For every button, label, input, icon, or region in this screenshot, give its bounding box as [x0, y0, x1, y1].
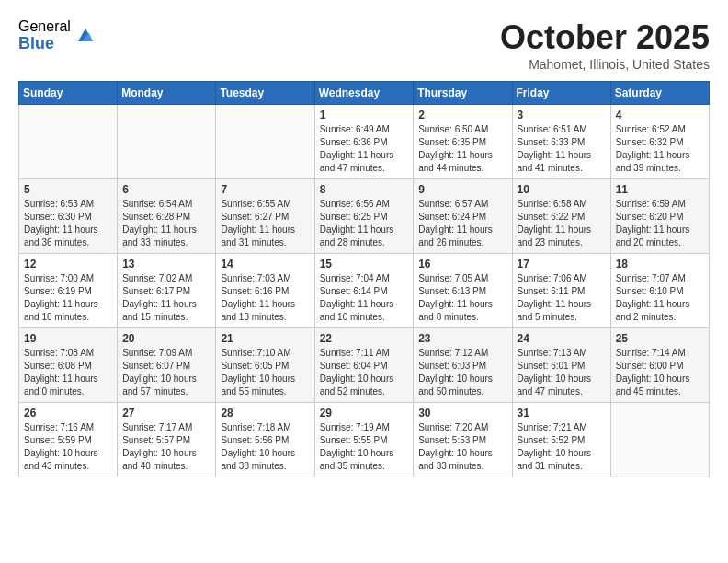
day-number: 2 [418, 109, 506, 121]
day-info: Sunrise: 7:14 AM Sunset: 6:00 PM Dayligh… [616, 347, 704, 398]
calendar-cell: 30Sunrise: 7:20 AM Sunset: 5:53 PM Dayli… [414, 403, 512, 477]
day-number: 27 [122, 407, 210, 419]
day-info: Sunrise: 7:13 AM Sunset: 6:01 PM Dayligh… [518, 347, 606, 398]
calendar-week-row: 12Sunrise: 7:00 AM Sunset: 6:19 PM Dayli… [19, 254, 710, 328]
day-number: 14 [221, 258, 309, 270]
calendar-cell: 5Sunrise: 6:53 AM Sunset: 6:30 PM Daylig… [19, 179, 118, 254]
calendar-cell: 21Sunrise: 7:10 AM Sunset: 6:05 PM Dayli… [216, 328, 314, 403]
day-info: Sunrise: 7:00 AM Sunset: 6:19 PM Dayligh… [24, 272, 112, 324]
day-number: 17 [518, 258, 606, 270]
weekday-header-thursday: Thursday [414, 82, 512, 105]
calendar-cell: 15Sunrise: 7:04 AM Sunset: 6:14 PM Dayli… [314, 254, 414, 328]
day-info: Sunrise: 7:21 AM Sunset: 5:52 PM Dayligh… [518, 421, 606, 473]
calendar-cell: 26Sunrise: 7:16 AM Sunset: 5:59 PM Dayli… [19, 403, 118, 477]
weekday-header-row: SundayMondayTuesdayWednesdayThursdayFrid… [19, 82, 710, 105]
day-info: Sunrise: 7:05 AM Sunset: 6:13 PM Dayligh… [418, 272, 506, 324]
calendar-table: SundayMondayTuesdayWednesdayThursdayFrid… [18, 81, 710, 477]
calendar-cell: 2Sunrise: 6:50 AM Sunset: 6:35 PM Daylig… [414, 105, 512, 179]
day-number: 6 [122, 183, 210, 196]
day-info: Sunrise: 6:51 AM Sunset: 6:33 PM Dayligh… [518, 123, 606, 175]
calendar-week-row: 19Sunrise: 7:08 AM Sunset: 6:08 PM Dayli… [19, 328, 710, 403]
day-number: 9 [418, 183, 506, 196]
location: Mahomet, Illinois, United States [500, 57, 710, 72]
title-block: October 2025 Mahomet, Illinois, United S… [500, 18, 710, 72]
calendar-cell [118, 105, 216, 179]
day-info: Sunrise: 6:50 AM Sunset: 6:35 PM Dayligh… [418, 123, 506, 175]
day-number: 29 [320, 407, 409, 419]
day-number: 26 [24, 407, 112, 419]
day-number: 7 [221, 183, 309, 196]
day-number: 16 [418, 258, 506, 270]
calendar-cell: 24Sunrise: 7:13 AM Sunset: 6:01 PM Dayli… [512, 328, 610, 403]
calendar-cell: 16Sunrise: 7:05 AM Sunset: 6:13 PM Dayli… [414, 254, 512, 328]
day-info: Sunrise: 6:59 AM Sunset: 6:20 PM Dayligh… [616, 198, 704, 249]
calendar-cell: 8Sunrise: 6:56 AM Sunset: 6:25 PM Daylig… [314, 179, 414, 254]
day-info: Sunrise: 7:12 AM Sunset: 6:03 PM Dayligh… [418, 347, 506, 398]
page-header: General Blue October 2025 Mahomet, Illin… [18, 18, 710, 72]
day-info: Sunrise: 7:08 AM Sunset: 6:08 PM Dayligh… [24, 347, 112, 398]
day-info: Sunrise: 7:18 AM Sunset: 5:56 PM Dayligh… [221, 421, 309, 473]
month-title: October 2025 [500, 18, 710, 57]
day-info: Sunrise: 6:55 AM Sunset: 6:27 PM Dayligh… [221, 198, 309, 249]
calendar-cell: 29Sunrise: 7:19 AM Sunset: 5:55 PM Dayli… [314, 403, 414, 477]
day-info: Sunrise: 7:17 AM Sunset: 5:57 PM Dayligh… [122, 421, 210, 473]
day-number: 31 [518, 407, 606, 419]
day-info: Sunrise: 6:54 AM Sunset: 6:28 PM Dayligh… [122, 198, 210, 249]
logo-general: General [18, 18, 71, 35]
day-number: 19 [24, 332, 112, 345]
weekday-header-saturday: Saturday [610, 82, 709, 105]
calendar-cell: 17Sunrise: 7:06 AM Sunset: 6:11 PM Dayli… [512, 254, 610, 328]
calendar-week-row: 26Sunrise: 7:16 AM Sunset: 5:59 PM Dayli… [19, 403, 710, 477]
day-number: 4 [616, 109, 704, 121]
day-info: Sunrise: 7:07 AM Sunset: 6:10 PM Dayligh… [616, 272, 704, 324]
day-number: 12 [24, 258, 112, 270]
day-number: 10 [518, 183, 606, 196]
day-number: 23 [418, 332, 506, 345]
day-info: Sunrise: 7:16 AM Sunset: 5:59 PM Dayligh… [24, 421, 112, 473]
logo: General Blue [18, 18, 97, 52]
logo-text: General Blue [18, 18, 71, 52]
day-info: Sunrise: 7:11 AM Sunset: 6:04 PM Dayligh… [320, 347, 409, 398]
calendar-week-row: 1Sunrise: 6:49 AM Sunset: 6:36 PM Daylig… [19, 105, 710, 179]
day-info: Sunrise: 7:19 AM Sunset: 5:55 PM Dayligh… [320, 421, 409, 473]
day-info: Sunrise: 6:57 AM Sunset: 6:24 PM Dayligh… [418, 198, 506, 249]
logo-icon [74, 25, 97, 47]
day-number: 21 [221, 332, 309, 345]
calendar-cell [216, 105, 314, 179]
calendar-cell [19, 105, 118, 179]
day-number: 20 [122, 332, 210, 345]
calendar-cell: 22Sunrise: 7:11 AM Sunset: 6:04 PM Dayli… [314, 328, 414, 403]
day-number: 24 [518, 332, 606, 345]
calendar-cell [610, 403, 709, 477]
day-number: 15 [320, 258, 409, 270]
day-number: 30 [418, 407, 506, 419]
calendar-cell: 13Sunrise: 7:02 AM Sunset: 6:17 PM Dayli… [118, 254, 216, 328]
day-info: Sunrise: 6:58 AM Sunset: 6:22 PM Dayligh… [518, 198, 606, 249]
calendar-cell: 31Sunrise: 7:21 AM Sunset: 5:52 PM Dayli… [512, 403, 610, 477]
day-info: Sunrise: 6:52 AM Sunset: 6:32 PM Dayligh… [616, 123, 704, 175]
day-info: Sunrise: 7:09 AM Sunset: 6:07 PM Dayligh… [122, 347, 210, 398]
calendar-cell: 28Sunrise: 7:18 AM Sunset: 5:56 PM Dayli… [216, 403, 314, 477]
calendar-cell: 25Sunrise: 7:14 AM Sunset: 6:00 PM Dayli… [610, 328, 709, 403]
weekday-header-wednesday: Wednesday [314, 82, 414, 105]
calendar-cell: 4Sunrise: 6:52 AM Sunset: 6:32 PM Daylig… [610, 105, 709, 179]
day-number: 13 [122, 258, 210, 270]
calendar-cell: 11Sunrise: 6:59 AM Sunset: 6:20 PM Dayli… [610, 179, 709, 254]
calendar-cell: 1Sunrise: 6:49 AM Sunset: 6:36 PM Daylig… [314, 105, 414, 179]
day-info: Sunrise: 7:06 AM Sunset: 6:11 PM Dayligh… [518, 272, 606, 324]
calendar-cell: 12Sunrise: 7:00 AM Sunset: 6:19 PM Dayli… [19, 254, 118, 328]
calendar-cell: 18Sunrise: 7:07 AM Sunset: 6:10 PM Dayli… [610, 254, 709, 328]
weekday-header-sunday: Sunday [19, 82, 118, 105]
calendar-cell: 9Sunrise: 6:57 AM Sunset: 6:24 PM Daylig… [414, 179, 512, 254]
day-number: 11 [616, 183, 704, 196]
day-number: 25 [616, 332, 704, 345]
day-number: 8 [320, 183, 409, 196]
day-info: Sunrise: 7:02 AM Sunset: 6:17 PM Dayligh… [122, 272, 210, 324]
day-info: Sunrise: 7:20 AM Sunset: 5:53 PM Dayligh… [418, 421, 506, 473]
weekday-header-friday: Friday [512, 82, 610, 105]
calendar-cell: 3Sunrise: 6:51 AM Sunset: 6:33 PM Daylig… [512, 105, 610, 179]
weekday-header-tuesday: Tuesday [216, 82, 314, 105]
day-info: Sunrise: 7:10 AM Sunset: 6:05 PM Dayligh… [221, 347, 309, 398]
day-info: Sunrise: 7:03 AM Sunset: 6:16 PM Dayligh… [221, 272, 309, 324]
day-number: 22 [320, 332, 409, 345]
